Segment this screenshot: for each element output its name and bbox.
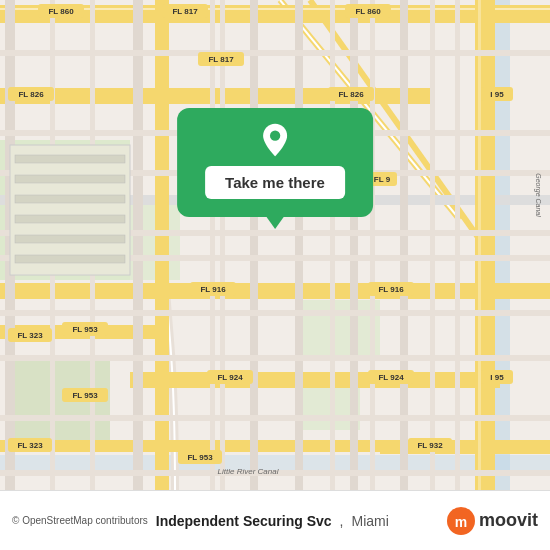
svg-text:FL 924: FL 924 [378, 373, 404, 382]
svg-rect-36 [0, 415, 550, 421]
svg-rect-3 [300, 300, 380, 360]
separator: , [340, 513, 344, 529]
svg-text:FL 860: FL 860 [48, 7, 74, 16]
svg-rect-91 [15, 235, 125, 243]
svg-text:m: m [455, 514, 467, 530]
svg-rect-35 [0, 355, 550, 361]
svg-text:I 95: I 95 [490, 90, 504, 99]
svg-text:FL 826: FL 826 [338, 90, 364, 99]
svg-rect-17 [130, 372, 500, 388]
svg-text:FL 860: FL 860 [355, 7, 381, 16]
svg-text:FL 817: FL 817 [172, 7, 198, 16]
svg-rect-92 [15, 255, 125, 263]
moovit-text: moovit [479, 510, 538, 531]
svg-rect-88 [15, 175, 125, 183]
svg-rect-45 [455, 0, 460, 490]
svg-rect-41 [220, 0, 225, 490]
svg-rect-34 [0, 310, 550, 316]
moovit-logo: m moovit [447, 507, 538, 535]
moovit-logo-icon: m [447, 507, 475, 535]
popup-card: Take me there [177, 108, 373, 217]
svg-rect-44 [430, 0, 435, 490]
info-bar: © OpenStreetMap contributors Independent… [0, 490, 550, 550]
copyright-text: © OpenStreetMap contributors [12, 515, 148, 526]
svg-rect-89 [15, 195, 125, 203]
map-container: FL 860 FL 860 FL 817 FL 817 FL 826 FL 82… [0, 0, 550, 490]
svg-text:FL 9: FL 9 [374, 175, 391, 184]
location-pin-icon [257, 122, 293, 158]
svg-text:FL 826: FL 826 [18, 90, 44, 99]
svg-text:FL 323: FL 323 [17, 441, 43, 450]
svg-rect-87 [15, 155, 125, 163]
svg-text:FL 323: FL 323 [17, 331, 43, 340]
svg-rect-90 [15, 215, 125, 223]
svg-rect-43 [370, 0, 375, 490]
svg-text:FL 953: FL 953 [72, 391, 98, 400]
svg-text:Little River Canal: Little River Canal [218, 467, 279, 476]
svg-text:I 95: I 95 [490, 373, 504, 382]
svg-text:FL 817: FL 817 [208, 55, 234, 64]
svg-text:FL 916: FL 916 [200, 285, 226, 294]
svg-point-93 [270, 131, 280, 141]
svg-text:George Canal: George Canal [534, 173, 542, 217]
svg-text:FL 953: FL 953 [187, 453, 213, 462]
svg-rect-29 [0, 50, 550, 56]
place-name: Independent Securing Svc [156, 513, 332, 529]
svg-text:FL 924: FL 924 [217, 373, 243, 382]
svg-rect-42 [330, 0, 335, 490]
svg-text:FL 953: FL 953 [72, 325, 98, 334]
svg-text:FL 932: FL 932 [417, 441, 443, 450]
svg-text:FL 916: FL 916 [378, 285, 404, 294]
svg-rect-15 [0, 283, 550, 299]
take-me-there-button[interactable]: Take me there [205, 166, 345, 199]
city-name: Miami [352, 513, 389, 529]
svg-rect-40 [210, 0, 215, 490]
